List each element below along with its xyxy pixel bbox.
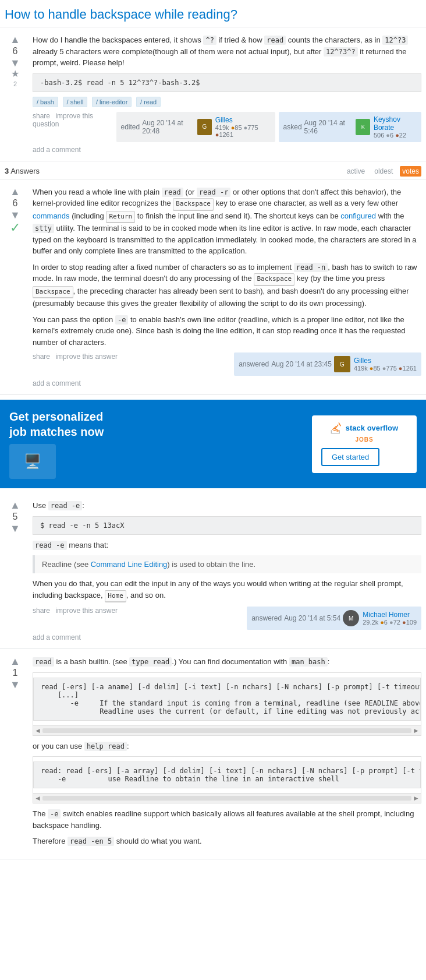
answer-3-code-1[interactable]: read [-ers] [-a aname] [-d delim] [-i te… <box>33 678 421 721</box>
answer-1-body: When you read a whole line with plain re… <box>33 186 421 388</box>
editor-info: Gilles 419k ●85 ●775 ●1261 <box>215 116 271 138</box>
question-text: How do I handle the backspaces entered, … <box>33 34 421 69</box>
question-tags: / bash / shell / line-editor / read <box>33 97 421 107</box>
question-body: How do I handle the backspaces entered, … <box>33 34 421 154</box>
answer-3-end-1: The -e switch enables readline support w… <box>33 808 421 831</box>
answer-3: ▲ 1 ▼ read is a bash builtin. (see type … <box>0 649 426 859</box>
tag-read[interactable]: / read <box>136 97 161 107</box>
question-actions: share improve this question <box>33 112 116 128</box>
answer-2-actions: share improve this answer <box>33 607 121 615</box>
sort-active[interactable]: active <box>345 166 367 177</box>
question-section: ▲ 6 ▼ ★ 2 How do I handle the backspaces… <box>0 27 426 161</box>
asker-avatar: K <box>356 119 370 135</box>
answer-2-vote-count: 5 <box>13 512 18 522</box>
answer-2-vote-up[interactable]: ▲ <box>10 500 20 510</box>
answer-3-code-2-container: read: read [-ers] [-a array] [-d delim] … <box>33 756 421 803</box>
ad-illustration: 🖥️ <box>9 444 56 479</box>
answer-2-share[interactable]: share <box>33 607 50 615</box>
answer-2-add-comment[interactable]: add a comment <box>33 633 421 641</box>
answer-3-end-2: Therefore read -en 5 should do what you … <box>33 836 421 847</box>
edited-date: Aug 20 '14 at 20:48 <box>142 119 195 135</box>
answer-2-body: Use read -e: $ read -e -n 5 13acX read -… <box>33 500 421 641</box>
answer-3-vote-up[interactable]: ▲ <box>10 656 20 667</box>
vote-down-button[interactable]: ▼ <box>10 58 20 68</box>
answer-1-vote-down[interactable]: ▼ <box>10 210 20 220</box>
answer-3-vote-down[interactable]: ▼ <box>10 679 20 690</box>
answer-2-blockquote: Readline (see Command Line Editing) is u… <box>33 555 421 573</box>
vote-area: ▲ 6 ▼ ★ 2 <box>5 34 26 89</box>
asker-name[interactable]: Keyshov Borate <box>374 115 417 132</box>
editor-rep: 419k ●85 ●775 ●1261 <box>215 124 271 138</box>
asker-info: Keyshov Borate 506 ●6 ●22 <box>374 115 417 139</box>
answer-1-add-comment[interactable]: add a comment <box>33 379 421 387</box>
asked-meta: asked Aug 20 '14 at 5:46 K Keyshov Borat… <box>279 112 421 142</box>
answer-1-user-info: Gilles 419k ●85 ●775 ●1261 <box>354 357 417 372</box>
tag-line-editor[interactable]: / line-editor <box>92 97 132 107</box>
favorite-count: 2 <box>13 80 17 87</box>
sort-tabs: active oldest votes <box>345 166 421 177</box>
answer-1-vote-count: 6 <box>13 198 18 209</box>
answer-2-middle: read -e means that: <box>33 540 421 551</box>
answer-1-vote-up[interactable]: ▲ <box>10 186 20 197</box>
sort-oldest[interactable]: oldest <box>372 166 395 177</box>
answer-2-vote-down[interactable]: ▼ <box>10 523 20 534</box>
sort-votes[interactable]: votes <box>400 166 421 177</box>
answer-1-text-2: In order to stop reading after a fixed n… <box>33 262 421 309</box>
question-vote-count: 6 <box>13 46 18 57</box>
tag-shell[interactable]: / shell <box>63 97 88 107</box>
answer-1-user-rep: 419k ●85 ●775 ●1261 <box>354 365 417 372</box>
ad-text: Get personalized job matches now <box>9 409 312 439</box>
commands-link[interactable]: commands <box>33 211 70 220</box>
question-meta: share improve this question edited Aug 2… <box>33 112 421 142</box>
vote-up-button[interactable]: ▲ <box>10 34 20 45</box>
edited-meta: edited Aug 20 '14 at 20:48 G Gilles 419k… <box>116 112 275 142</box>
answer-2-end: When you do that, you can edit the input… <box>33 578 421 602</box>
answer-2: ▲ 5 ▼ Use read -e: $ read -e -n 5 13acX … <box>0 493 426 649</box>
answers-header: 3 Answers active oldest votes <box>0 161 426 179</box>
answer-1-answered-meta: answered Aug 20 '14 at 23:45 G Gilles 41… <box>234 352 421 376</box>
answer-2-user-info: Michael Homer 29.2k ●6 ●72 ●109 <box>363 611 417 626</box>
answer-3-code-1-container: read [-ers] [-a aname] [-d delim] [-i te… <box>33 672 421 736</box>
answer-1-text-1: When you read a whole line with plain re… <box>33 186 421 257</box>
answer-3-body: read is a bash builtin. (see type read.)… <box>33 656 421 847</box>
answer-2-user-name[interactable]: Michael Homer <box>363 611 417 619</box>
answer-2-avatar: M <box>343 610 359 626</box>
answer-2-user-rep: 29.2k ●6 ●72 ●109 <box>363 619 417 626</box>
asker-rep: 506 ●6 ●22 <box>374 132 417 139</box>
answer-3-code-2[interactable]: read: read [-ers] [-a array] [-d delim] … <box>33 762 421 788</box>
answer-1-user-name[interactable]: Gilles <box>354 357 417 365</box>
share-link[interactable]: share <box>33 112 50 120</box>
favorite-button[interactable]: ★ <box>11 68 19 79</box>
answer-3-vote-count: 1 <box>13 668 18 678</box>
tag-bash[interactable]: / bash <box>33 97 58 107</box>
answer-1-accepted: ✓ <box>10 220 20 235</box>
cmdline-editing-link[interactable]: Command Line Editing <box>91 560 168 569</box>
answer-2-meta: share improve this answer answered Aug 2… <box>33 607 421 630</box>
scrollbar-1[interactable]: ◄ ► <box>33 725 421 735</box>
answer-1-improve[interactable]: improve this answer <box>55 352 118 361</box>
asked-label: asked <box>283 123 302 131</box>
ad-logo: stack overflow JOBS <box>321 422 407 443</box>
ad-right: stack overflow JOBS Get started <box>312 415 417 473</box>
answer-1-vote-area: ▲ 6 ▼ ✓ <box>5 186 26 235</box>
answer-1-text-3: You can pass the option -e to enable bas… <box>33 314 421 348</box>
question-add-comment[interactable]: add a comment <box>33 146 421 154</box>
edited-label: edited <box>121 123 140 131</box>
answer-1: ▲ 6 ▼ ✓ When you read a whole line with … <box>0 179 426 396</box>
page-title: How to handle backspace while reading? <box>0 0 426 27</box>
answer-2-improve[interactable]: improve this answer <box>55 607 118 615</box>
asked-date: Aug 20 '14 at 5:46 <box>304 119 354 135</box>
configured-link[interactable]: configured <box>340 211 376 220</box>
scrollbar-2[interactable]: ◄ ► <box>33 793 421 803</box>
answer-2-code: $ read -e -n 5 13acX <box>33 516 421 535</box>
answer-1-share[interactable]: share <box>33 352 50 361</box>
answers-title: 3 Answers <box>5 167 40 175</box>
answer-1-avatar: G <box>334 356 350 372</box>
ad-get-started-button[interactable]: Get started <box>321 448 379 466</box>
ad-content: Get personalized job matches now 🖥️ <box>9 409 312 479</box>
editor-name[interactable]: Gilles <box>215 116 271 124</box>
answer-1-meta: share improve this answer answered Aug 2… <box>33 352 421 376</box>
answer-3-or: or you can use help read: <box>33 741 421 752</box>
answer-1-actions: share improve this answer <box>33 352 121 361</box>
answer-3-vote-area: ▲ 1 ▼ <box>5 656 26 690</box>
